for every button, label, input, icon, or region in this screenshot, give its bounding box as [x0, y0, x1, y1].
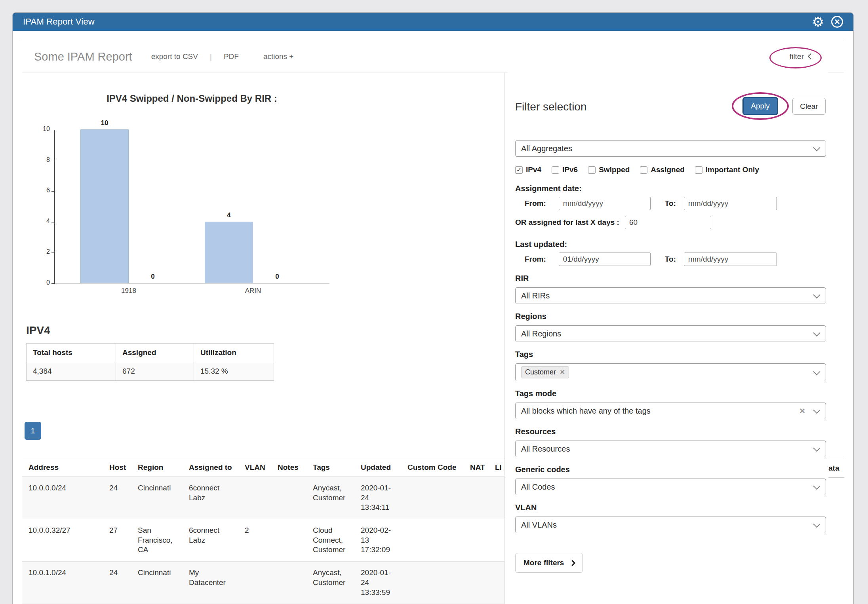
tag-chip-label: Customer [525, 368, 556, 376]
assignment-date-row: From: To: [515, 197, 826, 210]
apply-button[interactable]: Apply [742, 97, 778, 115]
aggregates-select[interactable]: All Aggregates [515, 140, 826, 157]
chart-bar-1918 [80, 129, 129, 283]
updated-from-input[interactable] [559, 253, 651, 266]
from-label: From: [525, 255, 546, 264]
to-label: To: [665, 199, 676, 208]
chevron-down-icon [813, 291, 820, 298]
cell-notes [272, 562, 307, 604]
checkbox-box [640, 166, 647, 174]
regions-select[interactable]: All Regions [515, 325, 826, 342]
cell-tags: Anycast, Customer [307, 562, 355, 604]
chevron-down-icon [813, 482, 820, 490]
cell-custom-code [402, 477, 464, 519]
swipped-checkbox[interactable]: Swipped [588, 165, 630, 174]
cell-host: 24 [104, 562, 132, 604]
rir-select-value: All RIRs [521, 291, 550, 300]
cell-region: Cincinnati [132, 477, 183, 519]
resources-label: Resources [515, 427, 826, 436]
aggregates-select-value: All Aggregates [521, 144, 572, 153]
blocks-header-row: Address Host Region Assigned to VLAN Not… [22, 458, 505, 477]
vlan-select[interactable]: All VLANs [515, 517, 826, 533]
report-content-card: IPV4 Swipped / Non-Swipped By RIR : 0246… [22, 72, 505, 604]
summary-col-assigned: Assigned [116, 344, 194, 362]
filter-panel: Filter selection Apply Clear All Aggrega… [508, 72, 828, 604]
assigned-last-days-label: OR assigned for last X days : [515, 218, 619, 227]
last-updated-row: From: To: [515, 253, 826, 266]
ipv4-checkbox[interactable]: ✓ IPv4 [515, 165, 541, 174]
gear-icon[interactable]: ⚙ [812, 15, 824, 28]
summary-col-utilization: Utilization [194, 344, 274, 362]
report-title: Some IPAM Report [34, 50, 132, 63]
cell-li [489, 562, 505, 604]
actions-menu[interactable]: actions + [263, 52, 294, 61]
summary-assigned: 672 [116, 362, 194, 381]
rir-select[interactable]: All RIRs [515, 287, 826, 304]
tags-select[interactable]: Customer ✕ [515, 363, 826, 381]
export-csv-link[interactable]: export to CSV [151, 52, 198, 61]
tags-mode-select[interactable]: All blocks which have any of the tags × [515, 403, 826, 419]
filter-toggle[interactable]: filter [790, 52, 813, 61]
type-checkbox-row: ✓ IPv4 IPv6 Swipped A [515, 165, 826, 174]
clear-button[interactable]: Clear [792, 98, 826, 115]
cell-address: 10.0.0.0/24 [22, 477, 104, 519]
resources-select-value: All Resources [521, 444, 570, 454]
x-category-label: ARIN [213, 287, 293, 295]
more-filters-button[interactable]: More filters [515, 553, 583, 573]
col-notes: Notes [272, 458, 307, 477]
tags-label: Tags [515, 350, 826, 359]
cell-assigned-to: 6connect Labz [183, 519, 239, 562]
generic-codes-label: Generic codes [515, 465, 826, 474]
ipv4-heading: IPV4 [26, 324, 504, 337]
assigned-last-days-row: OR assigned for last X days : [515, 216, 826, 229]
checkbox-box [695, 166, 702, 174]
clear-selection-icon[interactable]: × [799, 406, 805, 416]
chevron-down-icon [813, 144, 820, 151]
updated-to-input[interactable] [684, 253, 777, 266]
summary-utilization: 15.32 % [194, 362, 274, 381]
cell-updated: 2020-01-24 13:33:59 [355, 562, 402, 604]
assigned-last-days-input[interactable] [625, 216, 711, 229]
cell-notes [272, 519, 307, 562]
assignment-from-input[interactable] [559, 197, 651, 210]
tags-mode-label: Tags mode [515, 389, 826, 398]
col-updated: Updated [355, 458, 402, 477]
assignment-date-label: Assignment date: [515, 184, 826, 193]
cell-host: 24 [104, 477, 132, 519]
table-row: 10.0.1.0/24 24 Cincinnati My Datacenter … [22, 562, 505, 604]
y-tick-mark [51, 222, 55, 222]
col-region: Region [132, 458, 183, 477]
ipv6-checkbox[interactable]: IPv6 [552, 165, 578, 174]
pdf-link[interactable]: PDF [224, 52, 239, 61]
page-1-button[interactable]: 1 [25, 422, 41, 440]
from-label: From: [525, 199, 546, 208]
toolbar-separator: | [210, 52, 212, 61]
cell-custom-code [402, 562, 464, 604]
y-tick-label: 10 [26, 125, 50, 133]
y-tick-label: 8 [26, 156, 50, 163]
cell-host: 27 [104, 519, 132, 562]
y-tick-mark [51, 161, 55, 161]
chart-title: IPV4 Swipped / Non-Swipped By RIR : [54, 93, 329, 104]
assignment-to-input[interactable] [684, 197, 777, 210]
customer-tag-chip: Customer ✕ [521, 366, 569, 378]
y-tick-label: 4 [26, 218, 50, 225]
checkbox-box [588, 166, 596, 174]
window-title: IPAM Report View [23, 17, 95, 27]
titlebar-icons: ⚙ × [812, 15, 843, 28]
vlan-label: VLAN [515, 503, 826, 512]
y-tick-mark [51, 283, 55, 284]
codes-select-value: All Codes [521, 482, 555, 492]
table-row: 10.0.0.0/24 24 Cincinnati 6connect Labz … [22, 477, 505, 519]
chevron-left-icon [808, 53, 814, 59]
close-icon[interactable]: × [831, 16, 843, 28]
assigned-checkbox[interactable]: Assigned [640, 165, 685, 174]
resources-select[interactable]: All Resources [515, 441, 826, 457]
codes-select[interactable]: All Codes [515, 479, 826, 495]
remove-tag-icon[interactable]: ✕ [560, 369, 565, 376]
important-only-checkbox[interactable]: Important Only [695, 165, 759, 174]
y-tick-mark [51, 191, 55, 192]
cell-updated: 2020-01-24 13:34:11 [355, 477, 402, 519]
bar-value-label: 10 [80, 119, 129, 127]
blocks-table: Address Host Region Assigned to VLAN Not… [22, 458, 505, 604]
